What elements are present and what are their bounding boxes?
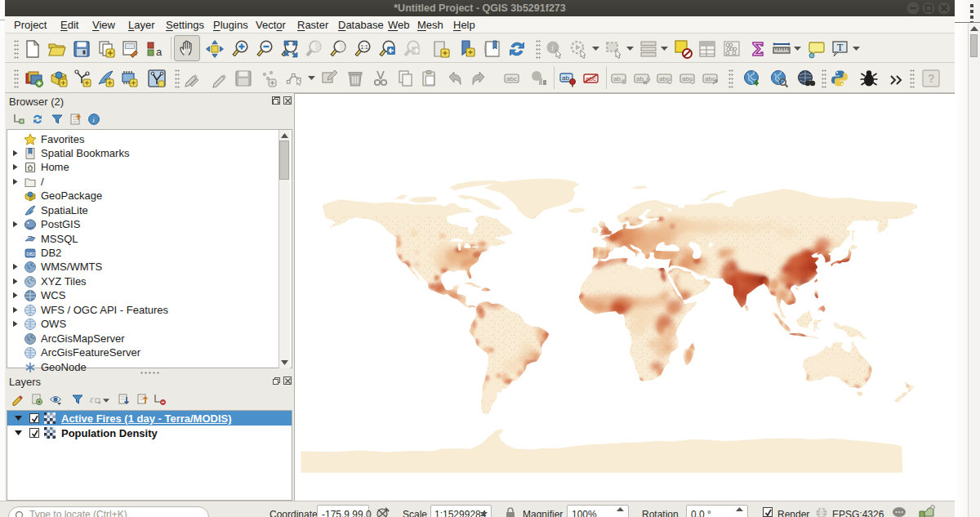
svg-text:abc: abc (506, 75, 517, 82)
svg-text:i: i (551, 42, 554, 52)
svg-text:ε: ε (90, 394, 94, 405)
svg-text:ab: ab (636, 75, 644, 82)
svg-text:a: a (156, 46, 163, 58)
svg-text:abc: abc (705, 75, 715, 82)
svg-text:ab: ab (613, 75, 621, 82)
svg-text:?: ? (928, 72, 935, 85)
svg-text:1:1: 1:1 (361, 44, 368, 50)
svg-text:T: T (837, 42, 844, 53)
svg-text:DB2: DB2 (26, 252, 35, 256)
svg-text:ab: ab (562, 74, 569, 82)
